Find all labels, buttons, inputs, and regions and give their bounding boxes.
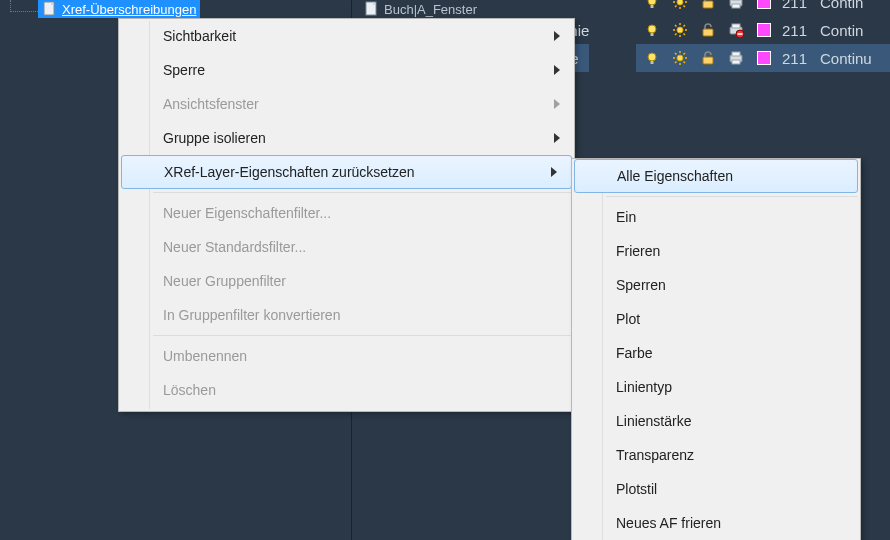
sub-item-new-vp-freeze[interactable]: Neues AF frieren	[572, 506, 860, 540]
bulb-icon[interactable]	[644, 22, 660, 38]
lock-open-icon[interactable]	[700, 50, 716, 66]
ctx-item-new-group-filter: Neuer Gruppenfilter	[119, 264, 574, 298]
ctx-item-label: Sichtbarkeit	[163, 28, 236, 44]
layer-list: 211 Contin 211 Contin 211 Continu	[636, 0, 890, 72]
ctx-item-label: Neuer Gruppenfilter	[163, 273, 286, 289]
bulb-icon[interactable]	[644, 50, 660, 66]
sub-item-freeze[interactable]: Frieren	[572, 234, 860, 268]
submenu-separator	[606, 196, 858, 197]
tree-item-xref-overrides[interactable]: Xref-Überschreibungen	[38, 0, 200, 18]
sub-item-label: Linienstärke	[616, 413, 692, 429]
submenu-arrow-icon	[554, 130, 560, 146]
sub-item-label: Transparenz	[616, 447, 694, 463]
sun-icon[interactable]	[672, 22, 688, 38]
submenu-arrow-icon	[554, 62, 560, 78]
submenu-arrow-icon	[554, 28, 560, 44]
sub-item-label: Alle Eigenschaften	[617, 168, 733, 184]
color-swatch[interactable]	[757, 0, 771, 9]
submenu-reset-properties: Alle Eigenschaften Ein Frieren Sperren P…	[571, 158, 861, 540]
context-menu: Sichtbarkeit Sperre Ansichtsfenster Grup…	[118, 18, 575, 412]
submenu-arrow-icon	[551, 164, 557, 180]
sub-item-transparency[interactable]: Transparenz	[572, 438, 860, 472]
ctx-item-rename: Umbenennen	[119, 339, 574, 373]
ctx-item-convert-to-group-filter: In Gruppenfilter konvertieren	[119, 298, 574, 332]
tree-item-label: Buch|A_Fenster	[384, 2, 477, 17]
tree-item-label: Xref-Überschreibungen	[62, 2, 196, 17]
ctx-item-new-standard-filter: Neuer Standardsfilter...	[119, 230, 574, 264]
sub-item-label: Sperren	[616, 277, 666, 293]
ctx-item-label: Gruppe isolieren	[163, 130, 266, 146]
ctx-item-label: In Gruppenfilter konvertieren	[163, 307, 340, 323]
sub-item-label: Plotstil	[616, 481, 657, 497]
page-icon	[364, 1, 378, 17]
sub-item-lineweight[interactable]: Linienstärke	[572, 404, 860, 438]
sun-icon[interactable]	[672, 50, 688, 66]
submenu-arrow-icon	[554, 96, 560, 112]
sub-item-on[interactable]: Ein	[572, 200, 860, 234]
sub-item-lock[interactable]: Sperren	[572, 268, 860, 302]
ctx-item-delete: Löschen	[119, 373, 574, 407]
printer-icon[interactable]	[728, 0, 744, 10]
sub-item-label: Farbe	[616, 345, 653, 361]
lock-open-icon[interactable]	[700, 22, 716, 38]
layer-row[interactable]: 211 Contin	[636, 16, 890, 44]
color-index: 211	[782, 50, 812, 67]
lock-open-icon[interactable]	[700, 0, 716, 10]
printer-icon[interactable]	[728, 50, 744, 66]
layer-row[interactable]: 211 Continu	[636, 44, 890, 72]
ctx-item-label: Umbenennen	[163, 348, 247, 364]
ctx-item-isolate-group[interactable]: Gruppe isolieren	[119, 121, 574, 155]
sub-item-label: Frieren	[616, 243, 660, 259]
page-icon	[42, 1, 56, 17]
ctx-item-label: Neuer Standardsfilter...	[163, 239, 306, 255]
sun-icon[interactable]	[672, 0, 688, 10]
linetype: Contin	[820, 22, 890, 39]
ctx-item-lock[interactable]: Sperre	[119, 53, 574, 87]
ctx-item-visibility[interactable]: Sichtbarkeit	[119, 19, 574, 53]
ctx-item-new-property-filter: Neuer Eigenschaftenfilter...	[119, 196, 574, 230]
sub-item-label: Neues AF frieren	[616, 515, 721, 531]
sub-item-label: Plot	[616, 311, 640, 327]
color-swatch[interactable]	[757, 51, 771, 65]
ctx-item-label: Löschen	[163, 382, 216, 398]
ctx-item-label: Ansichtsfenster	[163, 96, 259, 112]
linetype: Continu	[820, 50, 890, 67]
sub-item-color[interactable]: Farbe	[572, 336, 860, 370]
ctx-item-viewports: Ansichtsfenster	[119, 87, 574, 121]
sub-item-all-properties[interactable]: Alle Eigenschaften	[574, 159, 858, 193]
context-menu-separator	[153, 192, 572, 193]
ctx-item-label: Sperre	[163, 62, 205, 78]
sub-item-label: Ein	[616, 209, 636, 225]
ctx-item-label: XRef-Layer-Eigenschaften zurücksetzen	[164, 164, 415, 180]
printer-disabled-icon[interactable]	[728, 22, 744, 38]
tree-item-buch-fenster[interactable]: Buch|A_Fenster	[360, 0, 481, 18]
sub-item-plot[interactable]: Plot	[572, 302, 860, 336]
sub-item-label: Linientyp	[616, 379, 672, 395]
layer-row[interactable]: 211 Contin	[636, 0, 890, 16]
ctx-item-reset-xref-layer-properties[interactable]: XRef-Layer-Eigenschaften zurücksetzen	[121, 155, 572, 189]
color-swatch[interactable]	[757, 23, 771, 37]
sub-item-linetype[interactable]: Linientyp	[572, 370, 860, 404]
color-index: 211	[782, 0, 812, 11]
linetype: Contin	[820, 0, 890, 11]
bulb-icon[interactable]	[644, 0, 660, 10]
sub-item-plotstyle[interactable]: Plotstil	[572, 472, 860, 506]
context-menu-separator	[153, 335, 572, 336]
color-index: 211	[782, 22, 812, 39]
tree-connector	[10, 0, 38, 12]
ctx-item-label: Neuer Eigenschaftenfilter...	[163, 205, 331, 221]
